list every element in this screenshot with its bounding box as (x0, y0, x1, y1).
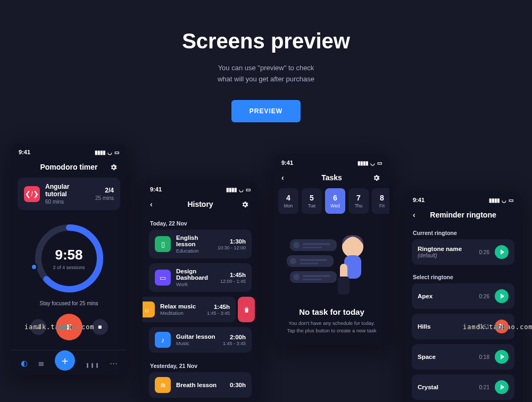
svg-point-7 (290, 258, 296, 264)
pause-button[interactable] (56, 314, 82, 340)
delete-button[interactable] (238, 297, 255, 322)
svg-rect-5 (303, 247, 322, 248)
history-title: Breath lesson (176, 382, 225, 388)
history-row[interactable]: ♪Guitar lessonMusic2:00h1:45 - 3:45 (149, 327, 252, 353)
date-chip[interactable]: 5Tue (302, 188, 322, 214)
ringtone-default-suffix: (default) (418, 253, 437, 258)
status-time: 9:41 (413, 197, 425, 203)
svg-rect-4 (303, 243, 330, 245)
date-weekday: Fri (379, 203, 385, 208)
phone-tasks: 9:41 ▮▮▮▮ ◡ ▭ ‹ Tasks 4Mon5Tue6Wed7Thu8F… (274, 154, 389, 345)
date-chip[interactable]: 4Mon (278, 188, 298, 214)
gear-icon[interactable] (110, 163, 119, 171)
history-title: Relax music (160, 303, 202, 309)
svg-rect-12 (303, 275, 330, 277)
date-number: 6 (333, 194, 337, 202)
history-row[interactable]: ☼Relax musicMeditation1:45h1:45 - 3:45 (143, 297, 236, 322)
history-range: 10:30 - 12:00 (218, 245, 246, 250)
wind-icon: ≋ (155, 377, 171, 393)
play-button[interactable] (495, 289, 509, 303)
ringtone-row[interactable]: Hills0:51 (412, 314, 514, 339)
phone-history: 9:41 ▮▮▮▮ ◡ ▭ ‹ History Today, 22 Nov ▯E… (143, 181, 258, 402)
play-button[interactable] (495, 380, 509, 394)
current-task-card[interactable]: ❮/❯ Angular tutorial 60 mins 2/4 25 mins (18, 178, 120, 210)
ringtone-name: Ringtone name (418, 246, 462, 252)
task-title: Angular tutorial (45, 183, 90, 198)
svg-point-11 (293, 274, 300, 280)
history-range: 12:00 - 1:45 (220, 279, 246, 284)
page-title: Reminder ringtone (430, 211, 496, 219)
wifi-icon: ◡ (107, 149, 112, 155)
date-chip[interactable]: 8Fri (372, 188, 389, 214)
signal-icon: ▮▮▮▮ (358, 160, 368, 166)
tab-settings-icon[interactable]: ⋯ (110, 358, 118, 368)
history-row[interactable]: ▯English lessonEducation1:30h10:30 - 12:… (149, 230, 252, 258)
status-icons: ▮▮▮▮ ◡ ▭ (489, 197, 513, 203)
date-weekday: Mon (284, 203, 293, 208)
history-category: Meditation (160, 310, 202, 316)
today-label: Today, 22 Nov (143, 215, 258, 230)
battery-icon: ▭ (246, 187, 251, 192)
add-button[interactable]: ＋ (55, 350, 75, 371)
reset-button[interactable]: ↺ (30, 319, 46, 335)
yesterday-label: Yesterday, 21 Nov (143, 357, 258, 372)
empty-sub-2: Tap the plus button to create a new task (285, 327, 379, 334)
svg-point-3 (293, 242, 300, 248)
status-icons: ▮▮▮▮ ◡ ▭ (358, 160, 382, 166)
tab-list-icon[interactable]: ≣ (38, 358, 45, 368)
timer-ring: 9:58 2 of 4 sessions (32, 222, 106, 295)
history-duration: 1:30h10:30 - 12:00 (218, 238, 246, 250)
gear-icon[interactable] (372, 174, 382, 182)
stop-button[interactable]: ■ (92, 319, 108, 335)
task-interval: 25 mins (95, 195, 114, 201)
date-chip[interactable]: 7Thu (348, 188, 369, 214)
battery-icon: ▭ (509, 197, 513, 203)
task-sub: 60 mins (45, 199, 90, 205)
history-category: Education (176, 248, 212, 254)
status-bar: 9:41 ▮▮▮▮ ◡ ▭ (405, 191, 521, 205)
date-number: 5 (310, 194, 314, 202)
date-chip[interactable]: 6Wed (325, 188, 345, 214)
battery-icon: ▭ (377, 160, 382, 166)
history-duration: 0:30h (230, 382, 246, 388)
back-button[interactable]: ‹ (150, 200, 160, 208)
wifi-icon: ◡ (502, 197, 506, 203)
tab-stats-icon[interactable]: ╻╻╻ (85, 358, 99, 368)
hero-title: Screens preview (0, 29, 532, 53)
back-button[interactable]: ‹ (281, 173, 291, 182)
history-row[interactable]: ≋Breath lesson0:30h (149, 372, 252, 398)
ringtone-row[interactable]: Crystal0:21 (412, 374, 514, 400)
pause-button[interactable] (495, 320, 509, 333)
status-time: 9:41 (150, 186, 162, 192)
signal-icon: ▮▮▮▮ (95, 149, 105, 155)
history-duration: 2:00h1:45 - 3:45 (223, 334, 246, 346)
ringtone-row[interactable]: Space0:18 (412, 344, 514, 370)
history-range: 1:45 - 3:45 (207, 311, 230, 316)
page-title: Pomodoro timer (40, 163, 97, 171)
gear-icon[interactable] (241, 200, 251, 208)
back-button[interactable]: ‹ (413, 211, 422, 219)
current-ringtone-row[interactable]: Ringtone name (default) 0:26 (412, 239, 514, 265)
empty-illustration (274, 219, 389, 302)
history-row[interactable]: ▭Design DashboardWork1:45h12:00 - 1:45 (149, 263, 252, 292)
ringtone-row[interactable]: Apex0:26 (412, 283, 514, 309)
laptop-icon: ▭ (155, 270, 171, 286)
date-number: 8 (380, 194, 384, 202)
date-weekday: Tue (308, 203, 315, 208)
ringtone-name: Crystal (418, 384, 474, 390)
history-category: Work (176, 281, 215, 287)
history-title: Guitar lesson (176, 333, 218, 340)
status-icons: ▮▮▮▮ ◡ ▭ (226, 187, 251, 192)
signal-icon: ▮▮▮▮ (489, 197, 500, 203)
tab-timer-icon[interactable]: ◐ (21, 358, 28, 368)
play-button[interactable] (495, 350, 509, 364)
history-duration: 1:45h1:45 - 3:45 (207, 304, 230, 316)
hero-sub-2: what will you get after purchase (0, 74, 532, 85)
timer-sessions: 2 of 4 sessions (53, 265, 85, 270)
ringtone-name: Hills (418, 323, 474, 330)
ringtone-duration: 0:26 (479, 249, 489, 255)
page-title: Tasks (321, 173, 342, 182)
play-button[interactable] (495, 245, 509, 259)
preview-button[interactable]: PREVIEW (231, 100, 301, 122)
history-title: Design Dashboard (176, 268, 215, 281)
